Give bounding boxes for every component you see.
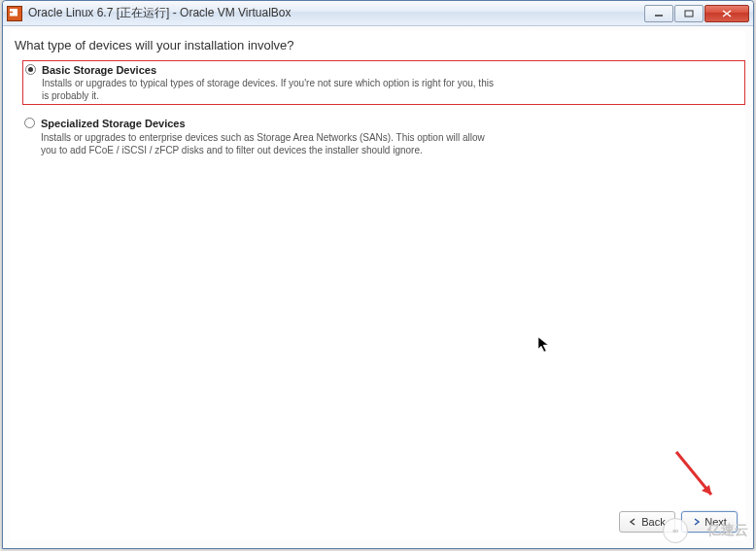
vm-window: Oracle Linux 6.7 [正在运行] - Oracle VM Virt… bbox=[2, 0, 754, 549]
arrow-left-icon bbox=[629, 518, 638, 526]
storage-options: Basic Storage Devices Installs or upgrad… bbox=[22, 60, 745, 158]
option-basic-storage[interactable]: Basic Storage Devices Installs or upgrad… bbox=[22, 60, 745, 105]
close-button[interactable] bbox=[704, 5, 749, 22]
window-controls bbox=[643, 5, 749, 22]
app-icon bbox=[7, 6, 22, 21]
option-text: Basic Storage Devices Installs or upgrad… bbox=[42, 63, 740, 102]
content-area: What type of devices will your installat… bbox=[3, 26, 753, 548]
option-title: Specialized Storage Devices bbox=[41, 117, 741, 130]
radio-icon bbox=[25, 64, 36, 75]
next-label: Next bbox=[704, 516, 727, 528]
radio-icon bbox=[24, 118, 35, 128]
option-specialized-storage[interactable]: Specialized Storage Devices Installs or … bbox=[22, 115, 745, 157]
installer-pane: What type of devices will your installat… bbox=[11, 30, 745, 540]
maximize-button[interactable] bbox=[674, 5, 704, 22]
back-button[interactable]: Back bbox=[619, 511, 675, 533]
svg-rect-1 bbox=[685, 11, 693, 17]
window-title: Oracle Linux 6.7 [正在运行] - Oracle VM Virt… bbox=[28, 5, 643, 21]
radio-specialized[interactable] bbox=[24, 118, 35, 128]
option-description: Installs or upgrades to enterprise devic… bbox=[41, 131, 498, 156]
maximize-icon bbox=[684, 10, 694, 17]
option-text: Specialized Storage Devices Installs or … bbox=[41, 117, 741, 155]
option-description: Installs or upgrades to typical types of… bbox=[42, 77, 498, 102]
minimize-button[interactable] bbox=[644, 5, 673, 22]
minimize-icon bbox=[654, 10, 664, 17]
back-label: Back bbox=[641, 516, 665, 528]
radio-basic[interactable] bbox=[25, 64, 36, 75]
titlebar[interactable]: Oracle Linux 6.7 [正在运行] - Oracle VM Virt… bbox=[3, 1, 753, 26]
installer-question: What type of devices will your installat… bbox=[11, 30, 745, 58]
footer-buttons: Back Next bbox=[619, 511, 738, 533]
option-title: Basic Storage Devices bbox=[42, 63, 740, 77]
close-icon bbox=[722, 10, 732, 17]
next-button[interactable]: Next bbox=[681, 511, 738, 533]
arrow-right-icon bbox=[692, 518, 702, 526]
